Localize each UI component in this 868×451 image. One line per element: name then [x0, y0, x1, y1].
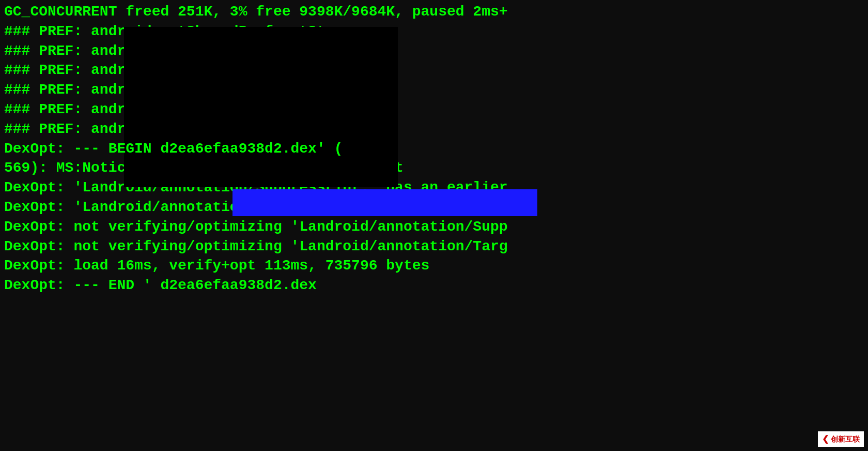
watermark-text: 创新互联	[831, 434, 860, 444]
log-line-dexopt-notverify-2: DexOpt: not verifying/optimizing 'Landro…	[4, 237, 864, 257]
watermark-logo: ❮	[822, 433, 829, 445]
log-line-dexopt-end: DexOpt: --- END ' d2ea6efaa938d2.dex	[4, 276, 864, 295]
log-line-dexopt-begin: DexOpt: --- BEGIN d2ea6efaa938d2.dex' (	[4, 139, 864, 159]
log-line-dexopt-load: DexOpt: load 16ms, verify+opt 113ms, 735…	[4, 256, 864, 276]
log-line-gc: GC_CONCURRENT freed 251K, 3% free 9398K/…	[4, 2, 864, 22]
terminal-window: GC_CONCURRENT freed 251K, 3% free 9398K/…	[0, 0, 868, 451]
watermark: ❮ 创新互联	[818, 431, 864, 447]
log-line-dexopt-notverify-1: DexOpt: not verifying/optimizing 'Landro…	[4, 217, 864, 237]
black-overlay	[124, 27, 398, 187]
highlight-bar	[233, 189, 537, 216]
